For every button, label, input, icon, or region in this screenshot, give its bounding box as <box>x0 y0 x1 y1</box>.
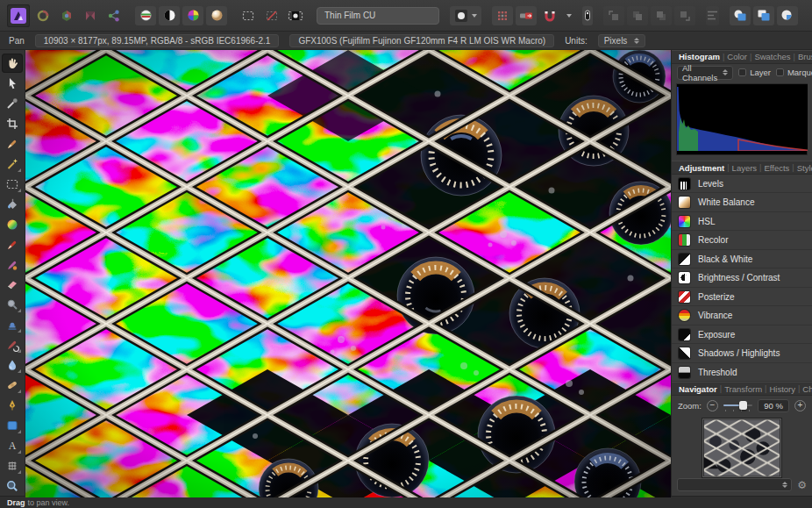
exposure-icon <box>679 329 690 340</box>
auto-white-balance-button[interactable] <box>206 6 227 25</box>
tab-navigator[interactable]: Navigator <box>676 384 720 394</box>
refine-selection-button[interactable] <box>285 6 306 25</box>
boolean-add-button[interactable] <box>730 6 751 25</box>
tool-crop[interactable] <box>2 114 23 133</box>
document-title-input[interactable] <box>317 7 439 25</box>
tool-dodge[interactable] <box>2 295 23 314</box>
move-forward-button[interactable] <box>627 6 648 25</box>
tab-history[interactable]: History <box>766 384 798 394</box>
auto-colours-button[interactable] <box>182 6 203 25</box>
tool-undo-brush[interactable] <box>2 335 23 354</box>
tool-paint-brush[interactable] <box>2 235 23 254</box>
adjustment-item-vibrance[interactable]: Vibrance <box>672 306 812 326</box>
adjustment-item-levels[interactable]: Levels <box>672 175 812 194</box>
tool-rectangle[interactable] <box>2 416 23 435</box>
selection-mode-button[interactable] <box>238 6 259 25</box>
snapping-caret-icon[interactable] <box>566 14 572 18</box>
adjustment-label: Exposure <box>698 330 735 340</box>
rectangle-shape-icon <box>5 419 19 433</box>
auto-adjust-group <box>135 6 227 25</box>
tool-pen[interactable] <box>2 396 23 415</box>
tool-view-pan[interactable] <box>2 54 23 73</box>
move-backward-button[interactable] <box>651 6 672 25</box>
channel-dropdown[interactable]: All Channels <box>677 66 733 80</box>
navigator-view-dropdown[interactable] <box>677 478 792 491</box>
tab-effects[interactable]: Effects <box>761 163 792 173</box>
boolean-add-icon <box>733 9 747 22</box>
tool-flood-select[interactable] <box>2 154 23 174</box>
export-persona-button[interactable] <box>103 6 125 25</box>
eraser-icon <box>5 277 19 291</box>
adjustment-item-posterize[interactable]: Posterize <box>672 288 812 307</box>
tool-blur[interactable] <box>2 355 23 375</box>
develop-persona-button[interactable] <box>56 6 77 25</box>
tone-mapping-persona-button[interactable] <box>80 6 101 25</box>
snapping-presets-button[interactable] <box>516 6 537 25</box>
adjustment-item-shadows-highlights[interactable]: Shadows / Highlights <box>672 344 812 363</box>
units-value: Pixels <box>604 36 628 46</box>
tool-marquee[interactable] <box>2 175 23 194</box>
adjustment-item-black-white[interactable]: Black & White <box>672 250 812 269</box>
tool-colour-picker[interactable] <box>2 94 23 113</box>
tool-erase[interactable] <box>2 275 23 294</box>
layer-checkbox[interactable] <box>738 68 746 76</box>
tool-selection-brush[interactable] <box>2 134 23 154</box>
move-to-back-button[interactable] <box>674 6 695 25</box>
tab-brushes[interactable]: Brushes <box>795 52 812 61</box>
zoom-slider-thumb[interactable] <box>739 401 747 410</box>
adjustment-item-recolor[interactable]: Recolor <box>672 231 812 250</box>
units-dropdown[interactable]: Pixels <box>598 34 646 47</box>
alignment-button[interactable] <box>706 6 719 25</box>
adjustment-item-hsl[interactable]: HSL <box>672 212 812 232</box>
tool-colour-replacement-brush[interactable] <box>2 255 23 275</box>
auto-contrast-button[interactable] <box>159 6 180 25</box>
move-to-front-button[interactable] <box>603 6 624 25</box>
tool-clone-stamp[interactable] <box>2 315 23 334</box>
marquee-checkbox[interactable] <box>776 68 784 76</box>
adjustment-item-threshold[interactable]: Threshold <box>672 363 812 383</box>
deselect-button[interactable] <box>261 6 282 25</box>
tool-preset-dropdown[interactable] <box>450 6 481 25</box>
stepper-icon <box>723 69 728 75</box>
tool-gradient[interactable] <box>2 215 23 234</box>
tool-zoom[interactable] <box>2 476 23 496</box>
histogram-panel-tabs: Histogram| Color| Swatches| Brushes <box>672 50 812 64</box>
navigator-thumbnail[interactable] <box>702 419 781 477</box>
adjustment-item-brightness-contrast[interactable]: Brightness / Contrast <box>672 268 812 288</box>
auto-levels-button[interactable] <box>135 6 156 25</box>
tab-color[interactable]: Color <box>724 52 750 61</box>
gear-icon[interactable]: ⚙ <box>797 480 807 490</box>
assistant-button[interactable] <box>582 6 593 25</box>
tool-text[interactable]: A <box>2 436 23 455</box>
tool-healing[interactable] <box>2 376 23 395</box>
document-info-chip: 10903 × 8177px, 89.15MP, RGBA/8 - sRGB I… <box>35 34 280 47</box>
move-arrow-icon <box>5 76 19 90</box>
zoom-value[interactable]: 90 % <box>758 399 789 412</box>
black-white-icon <box>679 254 690 265</box>
layer-checkbox-row: Layer <box>738 68 771 77</box>
document-canvas[interactable] <box>25 50 671 496</box>
adjustment-item-exposure[interactable]: Exposure <box>672 326 812 345</box>
tab-transform[interactable]: Transform <box>722 384 765 394</box>
zoom-out-button[interactable]: − <box>707 400 718 411</box>
tab-adjustment[interactable]: Adjustment <box>676 163 727 173</box>
tab-histogram[interactable]: Histogram <box>676 52 723 61</box>
boolean-divide-button[interactable] <box>777 6 798 25</box>
photo-persona-button[interactable] <box>7 4 30 27</box>
snapping-magnet-button[interactable] <box>539 6 560 25</box>
liquify-persona-button[interactable] <box>32 6 53 25</box>
adjustment-item-white-balance[interactable]: White Balance <box>672 193 812 212</box>
tab-styles[interactable]: Styles <box>794 163 812 173</box>
tool-move[interactable] <box>2 74 23 93</box>
zoom-slider[interactable] <box>723 400 752 411</box>
tool-flood-fill[interactable] <box>2 195 23 214</box>
snapping-presets-icon <box>519 10 533 22</box>
tool-mesh-warp[interactable] <box>2 456 23 476</box>
boolean-subtract-button[interactable] <box>753 6 774 25</box>
tab-swatches[interactable]: Swatches <box>751 52 793 61</box>
magic-wand-icon <box>5 157 19 171</box>
tab-channels[interactable]: Channels <box>800 384 812 394</box>
grid-button[interactable] <box>492 6 513 25</box>
zoom-in-button[interactable]: + <box>794 400 806 411</box>
tab-layers[interactable]: Layers <box>730 163 760 173</box>
